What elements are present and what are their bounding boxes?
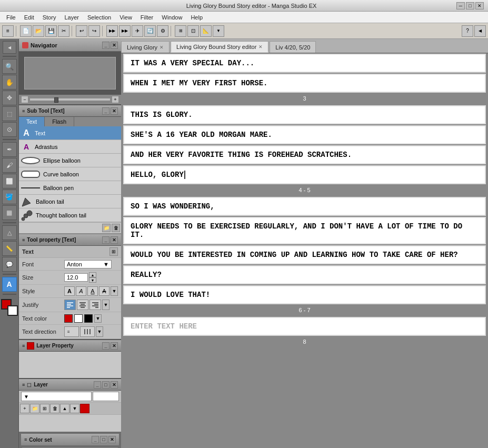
- layerprop-close[interactable]: ✕: [111, 342, 118, 350]
- layer-close[interactable]: ✕: [111, 381, 118, 389]
- subtool-item-balloon-tail[interactable]: Balloon tail: [19, 195, 121, 208]
- subtool-folder-btn[interactable]: 📁: [102, 224, 111, 232]
- story-text-1a[interactable]: IT WAS A VERY SPECIAL DAY...: [123, 54, 486, 73]
- size-input[interactable]: [64, 273, 88, 282]
- layer-dropdown[interactable]: ▼: [21, 392, 92, 401]
- story-text-2c[interactable]: AND HER VERY FAVORITE THING IS FOREHEAD …: [123, 145, 486, 164]
- toolbar-btn-6[interactable]: ▶▶: [119, 25, 131, 37]
- story-text-3d[interactable]: REALLY?: [123, 265, 486, 284]
- story-text-placeholder[interactable]: ENTER TEXT HERE: [123, 317, 486, 336]
- story-text-2d[interactable]: HELLO, GLORY: [123, 165, 486, 184]
- collapse-tool-btn[interactable]: ◀: [3, 41, 16, 54]
- background-color[interactable]: [7, 305, 18, 316]
- tool-move[interactable]: ✥: [2, 91, 17, 105]
- layerprop-minimize[interactable]: _: [102, 342, 109, 350]
- story-text-3b[interactable]: GLORY NEEDS TO BE EXERCISED REGULARLY, A…: [123, 217, 486, 244]
- toolbar-btn-9[interactable]: ⚙: [157, 25, 168, 37]
- subtool-trash-btn[interactable]: 🗑: [112, 224, 120, 232]
- toolprop-minimize[interactable]: _: [102, 236, 109, 244]
- nav-slider-handle[interactable]: [54, 97, 58, 103]
- direction-horizontal[interactable]: ≡: [64, 326, 79, 337]
- tab-page[interactable]: Liv 4/20, 5/20: [270, 41, 316, 53]
- subtool-item-ellipse[interactable]: Ellipse balloon: [19, 154, 121, 167]
- toolbar-btn-open[interactable]: 📂: [33, 25, 44, 37]
- subtool-item-curve[interactable]: Curve balloon: [19, 167, 121, 181]
- direction-vertical[interactable]: [80, 326, 95, 337]
- tool-select[interactable]: ⬚: [2, 106, 17, 121]
- layer-minimize[interactable]: _: [94, 381, 101, 389]
- justify-right[interactable]: [89, 300, 101, 310]
- story-text-3a[interactable]: SO I WAS WONDERING,: [123, 197, 486, 216]
- toolbar-btn-collapse[interactable]: ◀: [474, 25, 486, 37]
- direction-more[interactable]: ▼: [96, 326, 103, 337]
- layer-expand[interactable]: □: [102, 381, 109, 389]
- subtool-close[interactable]: ✕: [111, 107, 118, 115]
- menu-layer[interactable]: Layer: [60, 13, 83, 22]
- swatch-black[interactable]: [84, 314, 93, 323]
- tool-figure[interactable]: △: [2, 225, 17, 240]
- story-content[interactable]: IT WAS A VERY SPECIAL DAY... WHEN I MET …: [121, 54, 488, 448]
- toolbar-btn-8[interactable]: 🔄: [144, 25, 156, 37]
- tool-balloon[interactable]: 💬: [2, 257, 17, 272]
- tab-flash[interactable]: Flash: [45, 117, 74, 126]
- justify-center[interactable]: [77, 300, 88, 310]
- tool-hand[interactable]: ✋: [2, 75, 17, 89]
- menu-filter[interactable]: Filter: [136, 13, 157, 22]
- toolbar-btn-12[interactable]: 📐: [200, 25, 212, 37]
- layer-color-indicator[interactable]: [80, 404, 89, 413]
- toolbar-btn-4[interactable]: ✂: [58, 25, 69, 37]
- menu-edit[interactable]: Edit: [20, 13, 38, 22]
- tab-living-glory-close[interactable]: ✕: [160, 45, 164, 50]
- swatch-white[interactable]: [74, 314, 83, 323]
- maximize-button[interactable]: □: [466, 2, 474, 9]
- subtool-item-text[interactable]: A Text: [19, 126, 121, 140]
- story-text-3c[interactable]: WOULD YOU BE INTERESTED IN COMING UP AND…: [123, 245, 486, 264]
- nav-zoom-in[interactable]: +: [112, 96, 119, 103]
- style-underline[interactable]: A: [87, 286, 98, 296]
- size-up[interactable]: ▲: [89, 272, 96, 277]
- layer-down-btn[interactable]: ▼: [70, 404, 79, 413]
- style-strikethrough[interactable]: A: [99, 286, 109, 296]
- tool-gradient[interactable]: ▦: [2, 205, 17, 220]
- justify-left[interactable]: [64, 300, 76, 310]
- nav-close[interactable]: ✕: [111, 42, 118, 49]
- subtool-item-adrastus[interactable]: A Adrastus: [19, 140, 121, 154]
- menu-selection[interactable]: Selection: [83, 13, 115, 22]
- nav-zoom-slider[interactable]: [29, 98, 111, 101]
- layer-delete-btn[interactable]: 🗑: [50, 404, 59, 413]
- swatch-red[interactable]: [64, 314, 73, 323]
- subtool-item-thought-tail[interactable]: Thought balloon tail: [19, 208, 121, 222]
- style-bold[interactable]: A: [64, 286, 75, 296]
- layer-copy-btn[interactable]: ⊞: [40, 404, 49, 413]
- layer-new-btn[interactable]: +: [20, 404, 29, 413]
- toolbar-btn-11[interactable]: ⊡: [187, 25, 199, 37]
- toolbar-btn-help[interactable]: ?: [462, 25, 473, 37]
- style-more[interactable]: ▼: [111, 286, 118, 296]
- toolbar-btn-5[interactable]: ▶▶: [106, 25, 118, 37]
- nav-zoom-out[interactable]: −: [21, 96, 28, 103]
- style-italic[interactable]: A: [76, 286, 86, 296]
- story-text-3e[interactable]: I WOULD LOVE THAT!: [123, 285, 486, 304]
- tool-zoom[interactable]: 🔍: [2, 59, 17, 74]
- nav-minimize[interactable]: _: [102, 42, 109, 49]
- toolprop-close[interactable]: ✕: [111, 236, 118, 244]
- close-button[interactable]: ✕: [475, 2, 484, 9]
- menu-file[interactable]: File: [2, 13, 20, 22]
- text-color-more[interactable]: ▼: [94, 314, 102, 323]
- layer-folder-btn[interactable]: 📁: [30, 404, 39, 413]
- tab-living-glory[interactable]: Living Glory ✕: [121, 41, 170, 53]
- window-controls[interactable]: ─ □ ✕: [456, 2, 484, 9]
- story-text-2a[interactable]: THIS IS GLORY.: [123, 105, 486, 124]
- tab-story-editor-close[interactable]: ✕: [258, 44, 263, 49]
- menu-help[interactable]: Help: [186, 13, 207, 22]
- toolbar-btn-redo[interactable]: ↪: [88, 25, 100, 37]
- size-down[interactable]: ▼: [89, 277, 96, 283]
- tab-text[interactable]: Text: [19, 117, 45, 126]
- menu-window[interactable]: Window: [157, 13, 186, 22]
- justify-more[interactable]: ▼: [102, 300, 109, 310]
- tool-expand-btn[interactable]: ⊞: [109, 247, 118, 256]
- tool-ruler[interactable]: 📏: [2, 241, 17, 256]
- color-indicator[interactable]: [1, 299, 18, 316]
- toolbar-btn-7[interactable]: ✈: [132, 25, 143, 37]
- layer-up-btn[interactable]: ▲: [60, 404, 69, 413]
